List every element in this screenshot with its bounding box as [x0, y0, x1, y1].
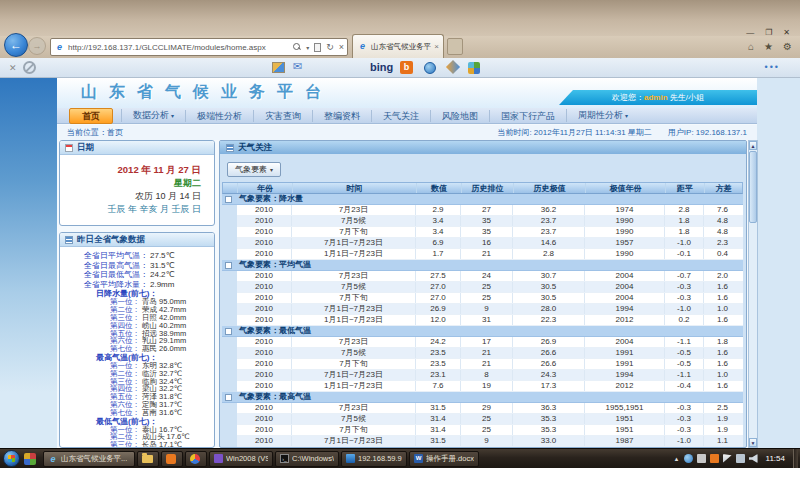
table-cell: 6.9 [416, 238, 461, 248]
table-row[interactable]: 20107月5候23.52126.61991-0.51.6 [237, 348, 743, 359]
taskbar-button-cmd[interactable]: ›_ C:\Windows\s... [275, 451, 339, 467]
stop-icon[interactable]: × [339, 42, 344, 52]
group-row[interactable]: 气象要素：最高气温 [222, 392, 743, 403]
table-cell: 1991 [585, 348, 665, 358]
scroll-up-icon[interactable]: ▲ [749, 141, 757, 150]
url-text[interactable]: http://192.168.137.1/GLCCLIMATE/modules/… [65, 43, 293, 52]
taskbar-button-rdp[interactable]: 192.168.59.99... [341, 451, 407, 467]
favorites-star-icon[interactable]: ★ [764, 39, 773, 55]
mail-icon[interactable]: ✉ [293, 60, 302, 73]
security-icon[interactable] [697, 454, 706, 463]
dropdown-arrow-icon: ▾ [270, 167, 273, 173]
refresh-icon[interactable]: ↻ [326, 42, 334, 52]
foxmail-icon[interactable] [710, 454, 719, 463]
table-row[interactable]: 20107月下旬23.52126.61991-0.51.6 [237, 359, 743, 370]
taskbar-button-app3[interactable] [185, 451, 207, 467]
pinned-app-icon[interactable] [24, 453, 36, 465]
table-row[interactable]: 20107月5候27.02530.52004-0.31.6 [237, 282, 743, 293]
table-row[interactable]: 20101月1日~7月23日1.7212.81990-0.10.4 [237, 249, 743, 260]
hidden-icons-chevron-icon[interactable]: ▲ [674, 456, 680, 462]
group-checkbox[interactable] [225, 196, 232, 203]
minimize-button[interactable]: — [746, 29, 754, 37]
group-row[interactable]: 气象要素：最低气温 [222, 326, 743, 337]
start-button[interactable] [3, 450, 20, 467]
close-button[interactable]: ✕ [783, 29, 790, 37]
table-row[interactable]: 20101月1日~7月23日7.61917.32012-0.41.6 [237, 381, 743, 392]
tools-gear-icon[interactable]: ⚙ [783, 39, 792, 55]
forward-button[interactable]: → [28, 37, 46, 55]
compatibility-view-icon[interactable] [314, 43, 321, 52]
table-row[interactable]: 20107月23日27.52430.72004-0.72.0 [237, 271, 743, 282]
table-row[interactable]: 20107月23日31.52936.31955,1951-0.32.5 [237, 403, 743, 414]
bing-logo[interactable]: bing [370, 61, 393, 73]
nav-item-extreme-analysis[interactable]: 极端性分析 [185, 110, 253, 122]
search-icon[interactable] [293, 43, 301, 51]
scroll-thumb[interactable] [749, 151, 757, 223]
nav-item-periodic-analysis[interactable]: 周期性分析▾ [566, 109, 639, 122]
nav-item-weather-watch[interactable]: 天气关注 [371, 110, 430, 122]
blocked-content-icon[interactable] [23, 61, 36, 74]
element-filter-button[interactable]: 气象要素▾ [227, 162, 281, 177]
group-row[interactable]: 气象要素：平均气温 [222, 260, 743, 271]
toolbar-close-icon[interactable]: ✕ [9, 63, 17, 73]
table-cell: 7月5候 [292, 216, 416, 226]
group-checkbox[interactable] [225, 394, 232, 401]
new-tab-button[interactable] [447, 38, 463, 55]
browser-tab[interactable]: e 山东省气候业务平... × [352, 34, 444, 58]
nav-item-disaster-query[interactable]: 灾害查询 [253, 110, 312, 122]
group-checkbox[interactable] [225, 328, 232, 335]
maximize-button[interactable]: ❐ [765, 29, 772, 37]
table-cell: 1.1 [704, 436, 741, 446]
taskbar-button-vm[interactable]: Win2008 (VS2... [209, 451, 273, 467]
table-row[interactable]: 20107月5候3.43523.719901.84.8 [237, 216, 743, 227]
tab-close-icon[interactable]: × [434, 42, 439, 51]
messenger-icon[interactable] [424, 62, 436, 74]
table-cell: 7月23日 [292, 403, 416, 413]
taskbar-button-explorer[interactable] [137, 451, 159, 467]
table-cell: 1951 [585, 414, 665, 424]
network-icon[interactable] [736, 454, 745, 463]
scroll-down-icon[interactable]: ▼ [749, 438, 757, 447]
nav-item-home[interactable]: 首页 [69, 108, 113, 124]
table-row[interactable]: 20107月下旬3.43523.719901.84.8 [237, 227, 743, 238]
group-row[interactable]: 气象要素：降水量 [222, 194, 743, 205]
table-cell: 4.8 [704, 216, 741, 226]
volume-icon[interactable] [749, 454, 758, 463]
table-row[interactable]: 20107月23日2.92736.219742.87.6 [237, 205, 743, 216]
apps-icon[interactable] [468, 62, 480, 74]
calendar-panel-header: 日期 [60, 141, 214, 155]
table-row[interactable]: 20107月1日~7月23日6.91614.61957-1.02.3 [237, 238, 743, 249]
bing-badge-icon[interactable]: b [400, 61, 413, 74]
table-row[interactable]: 20107月1日~7月23日31.5933.01987-1.01.1 [237, 436, 743, 447]
toolbar-overflow-icon[interactable]: ••• [765, 62, 780, 72]
page-scrollbar[interactable]: ▲ ▼ [748, 140, 758, 448]
address-bar[interactable]: e http://192.168.137.1/GLCCLIMATE/module… [50, 38, 348, 56]
nav-item-national-products[interactable]: 国家下行产品 [489, 110, 566, 122]
table-cell: 1987 [585, 436, 665, 446]
table-row[interactable]: 20107月1日~7月23日26.9928.01994-1.01.0 [237, 304, 743, 315]
gallery-icon[interactable] [272, 62, 285, 73]
header-cell: 数值 [417, 183, 462, 193]
table-row[interactable]: 20107月1日~7月23日23.1824.31994-1.11.0 [237, 370, 743, 381]
action-center-icon[interactable] [723, 454, 732, 463]
search-dropdown-icon[interactable]: ▾ [306, 44, 309, 51]
taskbar-button-ie[interactable]: e 山东省气候业务平... [43, 451, 135, 467]
table-row[interactable]: 20107月下旬27.02530.52004-0.31.6 [237, 293, 743, 304]
table-row[interactable]: 20107月23日24.21726.92004-1.11.8 [237, 337, 743, 348]
web-page: 山东省气候业务平台 欢迎您：admin 先生/小姐 首页 数据分析▾ 极端性分析… [0, 78, 800, 448]
ime-icon[interactable] [684, 454, 693, 463]
taskbar-button-app2[interactable] [161, 451, 183, 467]
nav-item-risk-map[interactable]: 风险地图 [430, 110, 489, 122]
table-row[interactable]: 20107月5候31.42535.31951-0.31.9 [237, 414, 743, 425]
home-icon[interactable]: ⌂ [748, 39, 754, 55]
nav-item-compiled-data[interactable]: 整编资料 [312, 110, 371, 122]
taskbar-button-word[interactable]: W 操作手册.docx ... [409, 451, 479, 467]
sparkle-icon[interactable] [446, 60, 460, 74]
user-ip: 用户IP: 192.168.137.1 [668, 125, 747, 140]
show-desktop-button[interactable] [793, 449, 798, 469]
table-row[interactable]: 20101月1日~7月23日12.03122.320120.21.6 [237, 315, 743, 326]
nav-item-data-analysis[interactable]: 数据分析▾ [121, 109, 185, 122]
table-row[interactable]: 20107月下旬31.42535.31951-0.31.9 [237, 425, 743, 436]
back-button[interactable]: ← [4, 33, 28, 57]
group-checkbox[interactable] [225, 262, 232, 269]
